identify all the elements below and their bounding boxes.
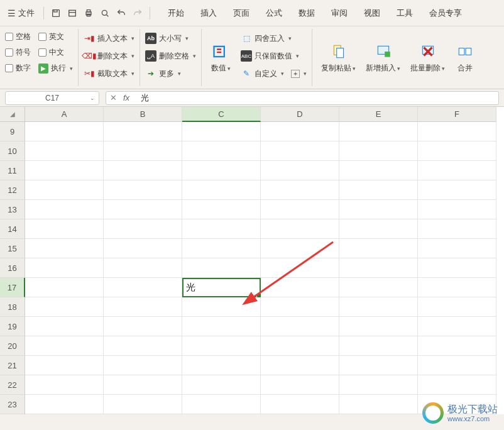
cell-F21[interactable] (418, 356, 496, 375)
cell-A18[interactable] (25, 297, 104, 317)
row-header-21[interactable]: 21 (0, 356, 25, 375)
col-header-C[interactable]: C (182, 107, 261, 122)
cell-A21[interactable] (25, 356, 104, 375)
btn-copy-paste[interactable]: 复制粘贴▾ (317, 31, 359, 84)
menu-icon[interactable] (64, 5, 80, 21)
cell-D13[interactable] (261, 200, 339, 219)
cell-C17[interactable]: 光 (182, 278, 261, 297)
row-header-23[interactable]: 23 (0, 395, 25, 414)
preview-icon[interactable] (97, 5, 113, 21)
cell-C19[interactable] (182, 317, 261, 336)
cell-A14[interactable] (25, 219, 104, 239)
cell-F20[interactable] (418, 336, 496, 356)
cell-F17[interactable] (418, 278, 496, 297)
cell-C16[interactable] (182, 258, 261, 278)
cell-F9[interactable] (418, 122, 496, 141)
cell-B17[interactable] (104, 278, 182, 297)
cell-C10[interactable] (182, 141, 261, 161)
cell-B18[interactable] (104, 297, 182, 317)
row-header-15[interactable]: 15 (0, 239, 25, 258)
cell-E19[interactable] (339, 317, 418, 336)
row-header-11[interactable]: 11 (0, 161, 25, 180)
chk-symbol[interactable]: 符号 (5, 47, 31, 58)
row-header-16[interactable]: 16 (0, 258, 25, 278)
cell-C18[interactable] (182, 297, 261, 317)
select-all-corner[interactable]: ◢ (0, 107, 25, 122)
tab-tools[interactable]: 工具 (389, 4, 420, 23)
col-header-F[interactable]: F (418, 107, 496, 122)
cell-A16[interactable] (25, 258, 104, 278)
cell-B20[interactable] (104, 336, 182, 356)
cell-E22[interactable] (339, 375, 418, 395)
cell-B16[interactable] (104, 258, 182, 278)
cell-D11[interactable] (261, 161, 339, 180)
cell-D21[interactable] (261, 356, 339, 375)
formula-bar[interactable]: ✕ fx 光 (106, 91, 499, 105)
cell-A11[interactable] (25, 161, 104, 180)
cell-F18[interactable] (418, 297, 496, 317)
cell-B19[interactable] (104, 317, 182, 336)
cell-E9[interactable] (339, 122, 418, 141)
redo-icon[interactable] (129, 5, 146, 21)
tab-review[interactable]: 审阅 (324, 4, 355, 23)
row-header-22[interactable]: 22 (0, 375, 25, 395)
cell-E16[interactable] (339, 258, 418, 278)
cell-E15[interactable] (339, 239, 418, 258)
cell-B22[interactable] (104, 375, 182, 395)
cell-F22[interactable] (418, 375, 496, 395)
cell-A15[interactable] (25, 239, 104, 258)
cell-C23[interactable] (182, 395, 261, 414)
cell-D17[interactable] (261, 278, 339, 297)
btn-more[interactable]: ➔更多▾ (145, 67, 196, 80)
btn-round[interactable]: ⬚四舍五入▾ (241, 31, 307, 45)
cell-D22[interactable] (261, 375, 339, 395)
btn-insert-text[interactable]: ⇥▮插入文本▾ (84, 31, 134, 45)
print-icon[interactable] (80, 5, 97, 21)
cell-C11[interactable] (182, 161, 261, 180)
row-header-10[interactable]: 10 (0, 141, 25, 161)
cell-F13[interactable] (418, 200, 496, 219)
cancel-icon[interactable]: ✕ (110, 93, 117, 102)
cell-C20[interactable] (182, 336, 261, 356)
col-header-D[interactable]: D (261, 107, 339, 122)
cell-D20[interactable] (261, 336, 339, 356)
cell-B10[interactable] (104, 141, 182, 161)
btn-keep-num[interactable]: ABC只保留数值▾ (241, 49, 307, 63)
cell-E13[interactable] (339, 200, 418, 219)
btn-exec[interactable]: ▶执行▾ (38, 63, 73, 74)
name-box[interactable]: C17⌄ (5, 91, 99, 105)
cell-F12[interactable] (418, 180, 496, 200)
cell-B15[interactable] (104, 239, 182, 258)
cell-B13[interactable] (104, 200, 182, 219)
cell-D18[interactable] (261, 297, 339, 317)
cell-A12[interactable] (25, 180, 104, 200)
cell-A10[interactable] (25, 141, 104, 161)
cell-E10[interactable] (339, 141, 418, 161)
save-icon[interactable] (48, 5, 64, 21)
cell-B23[interactable] (104, 395, 182, 414)
cell-B9[interactable] (104, 122, 182, 141)
cell-A13[interactable] (25, 200, 104, 219)
cell-E14[interactable] (339, 219, 418, 239)
cell-B21[interactable] (104, 356, 182, 375)
cell-D12[interactable] (261, 180, 339, 200)
cell-D16[interactable] (261, 258, 339, 278)
tab-member[interactable]: 会员专享 (422, 4, 469, 23)
chk-space[interactable]: 空格 (5, 31, 31, 42)
col-header-B[interactable]: B (104, 107, 182, 122)
cell-F14[interactable] (418, 219, 496, 239)
cell-C22[interactable] (182, 375, 261, 395)
chk-number[interactable]: 数字 (5, 63, 31, 74)
cell-C12[interactable] (182, 180, 261, 200)
cell-E12[interactable] (339, 180, 418, 200)
row-header-20[interactable]: 20 (0, 336, 25, 356)
col-header-A[interactable]: A (25, 107, 104, 122)
cell-F19[interactable] (418, 317, 496, 336)
cell-C9[interactable] (182, 122, 261, 141)
row-header-18[interactable]: 18 (0, 297, 25, 317)
fx-icon[interactable]: fx (123, 93, 129, 102)
undo-icon[interactable] (113, 5, 129, 21)
btn-new-insert[interactable]: 新增插入▾ (362, 31, 404, 84)
btn-extract-text[interactable]: ✂▮截取文本▾ (84, 67, 134, 80)
cell-D15[interactable] (261, 239, 339, 258)
